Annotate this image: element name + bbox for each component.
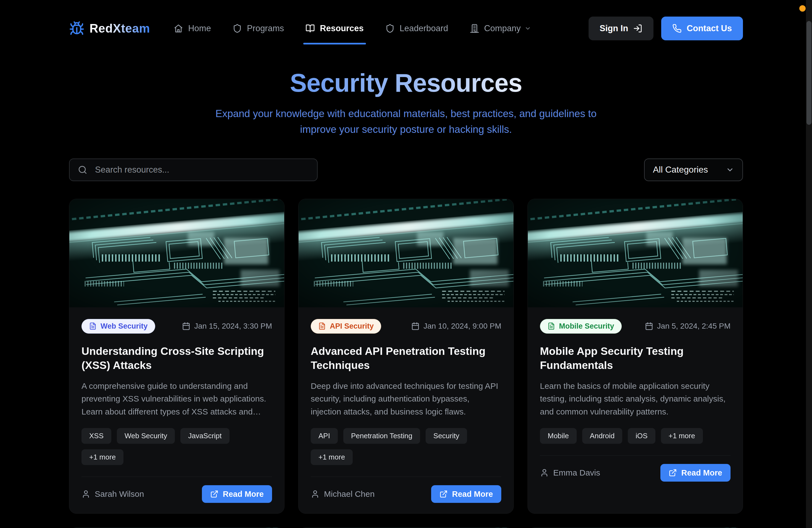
external-link-icon	[669, 469, 677, 477]
user-icon	[311, 489, 320, 498]
nav-label: Programs	[247, 24, 284, 33]
card-title: Mobile App Security Testing Fundamentals	[540, 344, 730, 372]
page-title: Security Resources	[290, 69, 522, 98]
read-more-button[interactable]: Read More	[202, 485, 272, 503]
card-description: A comprehensive guide to understanding a…	[82, 380, 272, 419]
user-icon	[540, 468, 549, 477]
card-author: Emma Davis	[540, 468, 600, 478]
card-title: Understanding Cross-Site Scripting (XSS)…	[82, 344, 272, 372]
filter-bar: All Categories	[69, 159, 743, 181]
file-text-icon	[547, 322, 555, 330]
shield-icon	[385, 24, 395, 33]
nav-label: Leaderboard	[400, 24, 448, 33]
nav-label: Company	[484, 24, 521, 33]
category-badge-label: Mobile Security	[559, 322, 614, 331]
card-description: Learn the basics of mobile application s…	[540, 380, 730, 419]
category-badge-label: Web Security	[101, 322, 148, 331]
tag-list: API Penetration Testing Security +1 more	[311, 428, 501, 465]
card-title: Advanced API Penetration Testing Techniq…	[311, 344, 501, 372]
card-image-circuit-board	[299, 199, 513, 307]
contact-us-button[interactable]: Contact Us	[661, 17, 743, 40]
resource-grid: Web Security Jan 15, 2024, 3:30 PM Under…	[69, 199, 743, 528]
card-image-circuit-board	[69, 199, 284, 307]
card-image-circuit-board	[528, 199, 743, 307]
search-box	[69, 159, 318, 181]
contact-us-label: Contact Us	[686, 24, 732, 33]
file-text-icon	[89, 322, 97, 330]
category-selected-value: All Categories	[653, 165, 708, 175]
nav-label: Home	[188, 24, 211, 33]
tag-pill: Android	[582, 428, 623, 444]
read-more-button[interactable]: Read More	[431, 485, 501, 503]
nav-item-programs[interactable]: Programs	[232, 22, 285, 35]
login-icon	[633, 24, 642, 33]
resource-card: Mobile Security Jan 5, 2024, 2:45 PM Mob…	[527, 199, 743, 514]
tag-pill: Penetration Testing	[343, 428, 420, 444]
main-nav: Home Programs Resources Leaderboard Comp…	[173, 22, 532, 35]
nav-item-company[interactable]: Company	[469, 22, 532, 35]
scrollbar-track[interactable]	[806, 0, 812, 528]
tag-pill: API	[311, 428, 338, 444]
external-link-icon	[439, 490, 448, 498]
chevron-down-icon	[726, 166, 734, 174]
tag-list: Mobile Android iOS +1 more	[540, 428, 730, 444]
main-header: RedXteam Home Programs Resources Leaderb…	[69, 0, 743, 40]
calendar-icon	[645, 322, 653, 330]
header-actions: Sign In Contact Us	[589, 17, 743, 40]
nav-item-resources[interactable]: Resources	[305, 22, 364, 35]
tag-pill: iOS	[628, 428, 655, 444]
phone-icon	[672, 24, 682, 33]
category-badge: API Security	[311, 319, 381, 334]
calendar-icon	[411, 322, 420, 330]
file-text-icon	[318, 322, 326, 330]
category-badge: Mobile Security	[540, 319, 622, 334]
tag-pill-more: +1 more	[82, 449, 124, 465]
sign-in-label: Sign In	[599, 24, 628, 33]
external-link-icon	[210, 490, 218, 498]
nav-label: Resources	[320, 24, 364, 33]
category-badge: Web Security	[82, 319, 155, 334]
card-date: Jan 10, 2024, 9:00 PM	[411, 322, 501, 331]
building-icon	[470, 24, 479, 33]
resource-card: Web Security Jan 15, 2024, 3:30 PM Under…	[69, 199, 285, 514]
category-select[interactable]: All Categories	[644, 159, 743, 181]
nav-item-home[interactable]: Home	[173, 22, 212, 35]
shield-icon	[233, 24, 242, 33]
tag-pill: XSS	[82, 428, 111, 444]
tag-pill: JavaScript	[180, 428, 229, 444]
bug-icon	[69, 21, 85, 36]
tag-pill: Security	[425, 428, 467, 444]
page-subtitle: Expand your knowledge with educational m…	[196, 106, 616, 137]
category-badge-label: API Security	[330, 322, 374, 331]
search-icon	[78, 165, 87, 175]
tag-pill-more: +1 more	[661, 428, 703, 444]
user-icon	[82, 489, 90, 498]
card-author: Sarah Wilson	[82, 489, 144, 499]
read-more-button[interactable]: Read More	[661, 464, 730, 482]
tag-pill: Mobile	[540, 428, 577, 444]
tag-list: XSS Web Security JavaScript +1 more	[82, 428, 272, 465]
book-open-icon	[305, 24, 315, 33]
nav-item-leaderboard[interactable]: Leaderboard	[385, 22, 449, 35]
card-author: Michael Chen	[311, 489, 375, 499]
card-date: Jan 5, 2024, 2:45 PM	[645, 322, 730, 331]
resource-card: API Security Jan 10, 2024, 9:00 PM Advan…	[298, 199, 514, 514]
card-date: Jan 15, 2024, 3:30 PM	[182, 322, 272, 331]
brand-name: RedXteam	[89, 21, 150, 35]
tag-pill-more: +1 more	[311, 449, 353, 465]
sign-in-button[interactable]: Sign In	[589, 17, 653, 40]
hero-section: Security Resources Expand your knowledge…	[69, 69, 743, 137]
tag-pill: Web Security	[117, 428, 175, 444]
home-icon	[174, 24, 183, 33]
card-description: Deep dive into advanced techniques for t…	[311, 380, 501, 419]
brand-logo[interactable]: RedXteam	[69, 21, 150, 36]
notification-dot	[799, 5, 806, 12]
calendar-icon	[182, 322, 190, 330]
search-input[interactable]	[69, 159, 318, 181]
chevron-down-icon	[524, 25, 531, 32]
scrollbar-thumb[interactable]	[807, 21, 811, 125]
